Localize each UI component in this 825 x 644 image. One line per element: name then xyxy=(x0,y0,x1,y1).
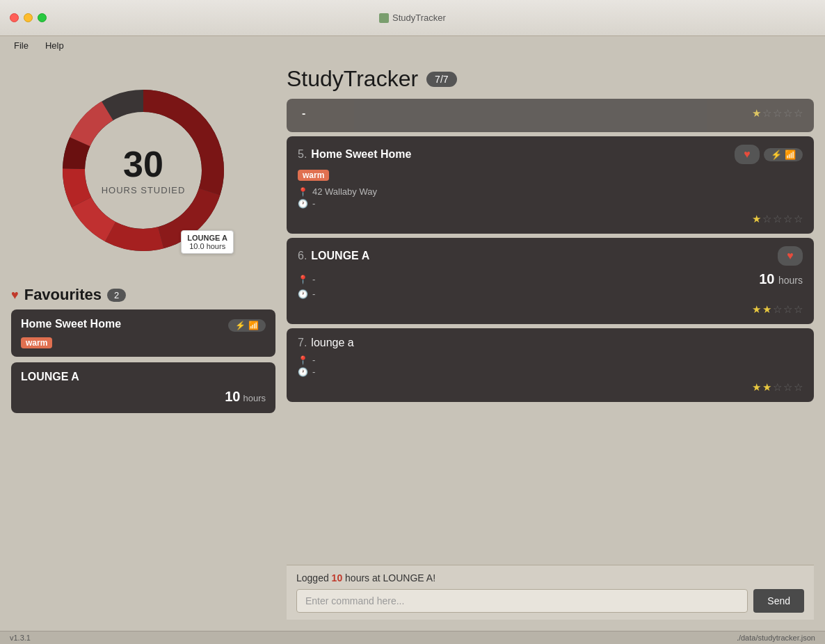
star-1: ★ xyxy=(752,213,761,225)
loc-7-number: 7. xyxy=(298,337,307,349)
loc-name: - xyxy=(302,107,305,120)
loc-6-stars: ★ ★ ☆ ☆ ☆ xyxy=(752,303,803,316)
clock-icon: 🕐 xyxy=(298,199,308,209)
loc-5-stars: ★ ☆ ☆ ☆ ☆ xyxy=(752,213,803,225)
bottom-area: Logged 10 hours at LOUNGE A! Send xyxy=(287,565,814,620)
favourites-section: ♥ Favourites 2 Home Sweet Home ⚡ 📶 war xyxy=(11,286,275,419)
menu-help[interactable]: Help xyxy=(42,39,67,52)
star-5: ☆ xyxy=(794,213,803,225)
star-3: ☆ xyxy=(773,381,782,394)
loc-5-address: 42 Wallaby Way xyxy=(312,186,377,197)
command-input[interactable] xyxy=(296,589,748,613)
loc-5-amenities-button[interactable]: ⚡ 📶 xyxy=(764,148,803,161)
star-4: ☆ xyxy=(783,381,792,394)
loc-5-heart-button[interactable]: ♥ xyxy=(735,145,760,164)
statusbar: v1.3.1 ./data/studytracker.json xyxy=(0,631,825,644)
loc-6-name: LOUNGE A xyxy=(311,250,369,262)
version-label: v1.3.1 xyxy=(10,634,31,642)
location-count-badge: 7/7 xyxy=(426,72,456,87)
favourites-count: 2 xyxy=(107,289,126,302)
star-rating: ★ ☆ ☆ ☆ ☆ xyxy=(752,107,803,120)
warm-tag: warm xyxy=(21,337,52,348)
location-pin-icon: 📍 xyxy=(298,355,308,365)
loc-7-name: lounge a xyxy=(311,337,353,349)
list-item: 6. LOUNGE A ♥ 📍 - 10 hours 🕐 - xyxy=(287,238,814,324)
star-5: ☆ xyxy=(794,381,803,394)
menubar: File Help xyxy=(0,36,825,55)
loc-5-hours: - xyxy=(312,198,315,209)
loc-7-stars: ★ ★ ☆ ☆ ☆ xyxy=(752,381,803,394)
log-suffix: hours at LOUNGE A! xyxy=(342,572,435,583)
title-bold: Study xyxy=(287,66,344,91)
command-row: Send xyxy=(296,589,804,613)
star-4: ☆ xyxy=(783,303,792,316)
loc-5-actions: ♥ ⚡ 📶 xyxy=(735,145,803,164)
filepath-label: ./data/studytracker.json xyxy=(737,634,815,642)
donut-tooltip: LOUNGE A 10.0 hours xyxy=(181,230,234,254)
app-title: StudyTracker xyxy=(287,66,418,92)
plug-icon: ⚡ xyxy=(235,321,246,330)
loc-6-hours-big: 10 hours xyxy=(759,271,803,287)
title-light: Tracker xyxy=(344,66,418,91)
app-icon xyxy=(379,13,389,23)
tooltip-value: 10.0 hours xyxy=(187,242,227,250)
hours-value: 30 xyxy=(102,146,186,182)
loc-5-number: 5. xyxy=(298,148,307,161)
star-3: ☆ xyxy=(773,303,782,316)
list-item: - ★ ☆ ☆ ☆ ☆ xyxy=(287,99,814,132)
loc-6-number: 6. xyxy=(298,250,307,262)
donut-chart-container: 30 HOURS STUDIED LOUNGE A 10.0 hours xyxy=(11,66,275,275)
star-2: ★ xyxy=(762,381,771,394)
maximize-button[interactable] xyxy=(38,13,47,22)
star-5: ☆ xyxy=(794,107,803,120)
location-list: - ★ ☆ ☆ ☆ ☆ xyxy=(287,99,814,565)
donut-center: 30 HOURS STUDIED xyxy=(102,146,186,195)
star-1: ★ xyxy=(752,381,761,394)
location-pin-icon: 📍 xyxy=(298,187,308,197)
loc-6-hours: - xyxy=(312,289,315,299)
log-message: Logged 10 hours at LOUNGE A! xyxy=(296,572,804,583)
titlebar: StudyTracker xyxy=(0,0,825,36)
star-5: ☆ xyxy=(794,303,803,316)
send-button[interactable]: Send xyxy=(753,589,804,613)
traffic-lights xyxy=(10,13,47,22)
loc-6-actions: ♥ xyxy=(778,246,803,266)
star-2: ☆ xyxy=(762,213,771,225)
fav-card-1-amenities: ⚡ 📶 xyxy=(228,319,266,332)
right-header: StudyTracker 7/7 xyxy=(287,66,814,92)
fav-card-2-hours-label: hours xyxy=(243,393,266,403)
star-1: ★ xyxy=(752,303,761,316)
fav-card-2-hours: 10 xyxy=(225,389,240,405)
wifi-icon: 📶 xyxy=(785,150,796,160)
fav-card-1-title: Home Sweet Home xyxy=(21,318,121,330)
list-item: 5. Home Sweet Home ♥ ⚡ 📶 warm xyxy=(287,136,814,234)
star-3: ☆ xyxy=(773,213,782,225)
favourites-title: Favourites xyxy=(24,286,102,304)
star-2: ☆ xyxy=(762,107,771,120)
main-content: 30 HOURS STUDIED LOUNGE A 10.0 hours ♥ F… xyxy=(0,55,825,631)
log-hours: 10 xyxy=(332,572,343,583)
fav-card-2-title: LOUNGE A xyxy=(21,371,266,383)
loc-7-hours: - xyxy=(312,367,315,377)
favourites-header: ♥ Favourites 2 xyxy=(11,286,275,304)
right-panel: StudyTracker 7/7 - ★ ☆ ☆ xyxy=(287,66,814,620)
loc-5-warm-tag: warm xyxy=(298,170,329,181)
star-3: ☆ xyxy=(773,107,782,120)
minimize-button[interactable] xyxy=(24,13,33,22)
window-title: StudyTracker xyxy=(379,13,446,23)
star-2: ★ xyxy=(762,303,771,316)
loc-6-heart-button[interactable]: ♥ xyxy=(778,246,803,266)
fav-card-lounge[interactable]: LOUNGE A 10 hours xyxy=(11,362,275,413)
tooltip-title: LOUNGE A xyxy=(187,234,227,242)
location-pin-icon: 📍 xyxy=(298,275,308,284)
clock-icon: 🕐 xyxy=(298,367,308,377)
plug-wifi-badge: ⚡ 📶 xyxy=(228,319,266,332)
menu-file[interactable]: File xyxy=(11,39,31,52)
heart-icon: ♥ xyxy=(11,288,19,303)
clock-icon: 🕐 xyxy=(298,289,308,299)
left-panel: 30 HOURS STUDIED LOUNGE A 10.0 hours ♥ F… xyxy=(11,66,275,620)
close-button[interactable] xyxy=(10,13,19,22)
star-4: ☆ xyxy=(783,107,792,120)
fav-card-home[interactable]: Home Sweet Home ⚡ 📶 warm xyxy=(11,309,275,357)
loc-7-address: - xyxy=(312,355,315,365)
